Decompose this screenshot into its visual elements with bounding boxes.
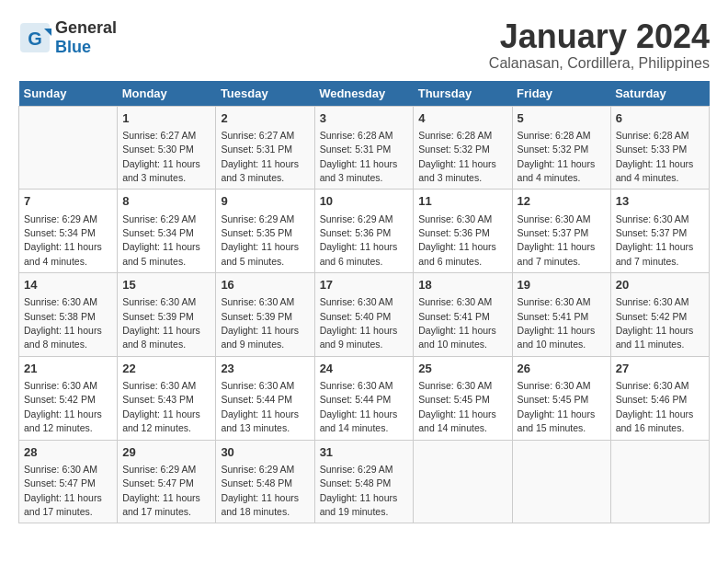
day-number: 6 <box>616 110 704 127</box>
day-number: 10 <box>320 193 409 210</box>
day-info: Sunrise: 6:28 AMSunset: 5:33 PMDaylight:… <box>616 130 694 183</box>
day-info: Sunrise: 6:30 AMSunset: 5:46 PMDaylight:… <box>616 380 694 433</box>
day-number: 14 <box>24 277 112 293</box>
day-info: Sunrise: 6:29 AMSunset: 5:35 PMDaylight:… <box>221 213 299 267</box>
calendar-cell: 10Sunrise: 6:29 AMSunset: 5:36 PMDayligh… <box>314 190 414 273</box>
day-info: Sunrise: 6:30 AMSunset: 5:36 PMDaylight:… <box>418 213 496 267</box>
calendar-cell: 13Sunrise: 6:30 AMSunset: 5:37 PMDayligh… <box>610 190 709 273</box>
day-number: 2 <box>221 110 309 127</box>
day-info: Sunrise: 6:30 AMSunset: 5:39 PMDaylight:… <box>221 296 299 350</box>
day-number: 9 <box>221 193 309 210</box>
day-info: Sunrise: 6:28 AMSunset: 5:32 PMDaylight:… <box>418 130 496 183</box>
logo-icon: G <box>18 21 51 54</box>
calendar-cell: 22Sunrise: 6:30 AMSunset: 5:43 PMDayligh… <box>118 356 216 440</box>
calendar-cell: 17Sunrise: 6:30 AMSunset: 5:40 PMDayligh… <box>314 273 414 357</box>
header-friday: Friday <box>512 81 610 107</box>
day-info: Sunrise: 6:30 AMSunset: 5:42 PMDaylight:… <box>24 380 102 433</box>
day-info: Sunrise: 6:28 AMSunset: 5:32 PMDaylight:… <box>518 130 596 183</box>
day-info: Sunrise: 6:29 AMSunset: 5:47 PMDaylight:… <box>122 464 200 517</box>
day-number: 28 <box>24 444 112 461</box>
day-number: 7 <box>24 193 112 210</box>
day-number: 30 <box>221 444 309 461</box>
location-subtitle: Calanasan, Cordillera, Philippines <box>489 55 710 72</box>
header-tuesday: Tuesday <box>216 81 314 107</box>
logo-general: General <box>55 18 117 38</box>
day-number: 24 <box>320 361 409 377</box>
title-section: January 2024 Calanasan, Cordillera, Phil… <box>489 18 710 72</box>
day-info: Sunrise: 6:29 AMSunset: 5:34 PMDaylight:… <box>24 213 102 267</box>
calendar-cell: 15Sunrise: 6:30 AMSunset: 5:39 PMDayligh… <box>118 273 216 357</box>
day-info: Sunrise: 6:30 AMSunset: 5:39 PMDaylight:… <box>122 296 200 350</box>
day-info: Sunrise: 6:30 AMSunset: 5:44 PMDaylight:… <box>221 380 299 433</box>
header-wednesday: Wednesday <box>314 81 414 107</box>
day-info: Sunrise: 6:30 AMSunset: 5:40 PMDaylight:… <box>320 296 398 350</box>
calendar-cell: 6Sunrise: 6:28 AMSunset: 5:33 PMDaylight… <box>610 106 709 190</box>
week-row-5: 28Sunrise: 6:30 AMSunset: 5:47 PMDayligh… <box>19 440 710 523</box>
calendar-cell: 29Sunrise: 6:29 AMSunset: 5:47 PMDayligh… <box>118 440 216 523</box>
calendar-cell: 28Sunrise: 6:30 AMSunset: 5:47 PMDayligh… <box>19 440 118 523</box>
calendar-cell: 16Sunrise: 6:30 AMSunset: 5:39 PMDayligh… <box>216 273 314 357</box>
calendar-cell: 5Sunrise: 6:28 AMSunset: 5:32 PMDaylight… <box>512 106 610 190</box>
calendar-cell <box>610 440 709 523</box>
day-number: 13 <box>616 193 704 210</box>
day-info: Sunrise: 6:30 AMSunset: 5:45 PMDaylight:… <box>518 380 596 433</box>
day-number: 29 <box>122 444 210 461</box>
calendar-cell: 18Sunrise: 6:30 AMSunset: 5:41 PMDayligh… <box>414 273 512 357</box>
calendar-cell: 9Sunrise: 6:29 AMSunset: 5:35 PMDaylight… <box>216 190 314 273</box>
day-number: 25 <box>418 361 506 377</box>
day-info: Sunrise: 6:30 AMSunset: 5:37 PMDaylight:… <box>616 213 694 267</box>
header-sunday: Sunday <box>19 81 118 107</box>
day-number: 19 <box>518 277 606 293</box>
day-info: Sunrise: 6:30 AMSunset: 5:37 PMDaylight:… <box>518 213 596 267</box>
calendar-cell: 20Sunrise: 6:30 AMSunset: 5:42 PMDayligh… <box>610 273 709 357</box>
calendar-cell: 12Sunrise: 6:30 AMSunset: 5:37 PMDayligh… <box>512 190 610 273</box>
day-number: 5 <box>518 110 606 127</box>
day-number: 4 <box>418 110 506 127</box>
day-number: 3 <box>320 110 409 127</box>
calendar-cell: 19Sunrise: 6:30 AMSunset: 5:41 PMDayligh… <box>512 273 610 357</box>
calendar-cell: 14Sunrise: 6:30 AMSunset: 5:38 PMDayligh… <box>19 273 118 357</box>
calendar-cell: 31Sunrise: 6:29 AMSunset: 5:48 PMDayligh… <box>314 440 414 523</box>
calendar-header-row: SundayMondayTuesdayWednesdayThursdayFrid… <box>19 81 710 107</box>
day-info: Sunrise: 6:29 AMSunset: 5:36 PMDaylight:… <box>320 213 398 267</box>
day-info: Sunrise: 6:30 AMSunset: 5:42 PMDaylight:… <box>616 296 694 350</box>
day-info: Sunrise: 6:27 AMSunset: 5:31 PMDaylight:… <box>221 130 299 183</box>
day-number: 31 <box>320 444 409 461</box>
calendar-cell <box>19 106 118 190</box>
week-row-3: 14Sunrise: 6:30 AMSunset: 5:38 PMDayligh… <box>19 273 710 357</box>
calendar-cell: 26Sunrise: 6:30 AMSunset: 5:45 PMDayligh… <box>512 356 610 440</box>
calendar-cell: 3Sunrise: 6:28 AMSunset: 5:31 PMDaylight… <box>314 106 414 190</box>
day-info: Sunrise: 6:30 AMSunset: 5:44 PMDaylight:… <box>320 380 398 433</box>
logo: G General Blue <box>18 18 117 57</box>
day-number: 20 <box>616 277 704 293</box>
day-number: 26 <box>518 361 606 377</box>
calendar-cell: 25Sunrise: 6:30 AMSunset: 5:45 PMDayligh… <box>414 356 512 440</box>
calendar-cell: 23Sunrise: 6:30 AMSunset: 5:44 PMDayligh… <box>216 356 314 440</box>
day-info: Sunrise: 6:29 AMSunset: 5:48 PMDaylight:… <box>221 464 299 517</box>
day-number: 8 <box>122 193 210 210</box>
day-info: Sunrise: 6:30 AMSunset: 5:43 PMDaylight:… <box>122 380 200 433</box>
day-number: 17 <box>320 277 409 293</box>
day-number: 27 <box>616 361 704 377</box>
day-info: Sunrise: 6:28 AMSunset: 5:31 PMDaylight:… <box>320 130 398 183</box>
day-number: 11 <box>418 193 506 210</box>
calendar-cell: 24Sunrise: 6:30 AMSunset: 5:44 PMDayligh… <box>314 356 414 440</box>
day-info: Sunrise: 6:27 AMSunset: 5:30 PMDaylight:… <box>122 130 200 183</box>
calendar-cell: 30Sunrise: 6:29 AMSunset: 5:48 PMDayligh… <box>216 440 314 523</box>
header-thursday: Thursday <box>414 81 512 107</box>
day-number: 23 <box>221 361 309 377</box>
calendar-cell: 21Sunrise: 6:30 AMSunset: 5:42 PMDayligh… <box>19 356 118 440</box>
day-info: Sunrise: 6:30 AMSunset: 5:45 PMDaylight:… <box>418 380 496 433</box>
header-saturday: Saturday <box>610 81 709 107</box>
calendar-cell <box>414 440 512 523</box>
calendar-cell: 8Sunrise: 6:29 AMSunset: 5:34 PMDaylight… <box>118 190 216 273</box>
svg-text:G: G <box>28 29 42 49</box>
month-title: January 2024 <box>489 18 710 55</box>
day-info: Sunrise: 6:29 AMSunset: 5:34 PMDaylight:… <box>122 213 200 267</box>
page-header: G General Blue January 2024 Calanasan, C… <box>18 18 710 72</box>
calendar-cell: 2Sunrise: 6:27 AMSunset: 5:31 PMDaylight… <box>216 106 314 190</box>
logo-text-block: General Blue <box>55 18 117 57</box>
day-info: Sunrise: 6:29 AMSunset: 5:48 PMDaylight:… <box>320 464 398 517</box>
day-info: Sunrise: 6:30 AMSunset: 5:38 PMDaylight:… <box>24 296 102 350</box>
calendar-cell: 1Sunrise: 6:27 AMSunset: 5:30 PMDaylight… <box>118 106 216 190</box>
